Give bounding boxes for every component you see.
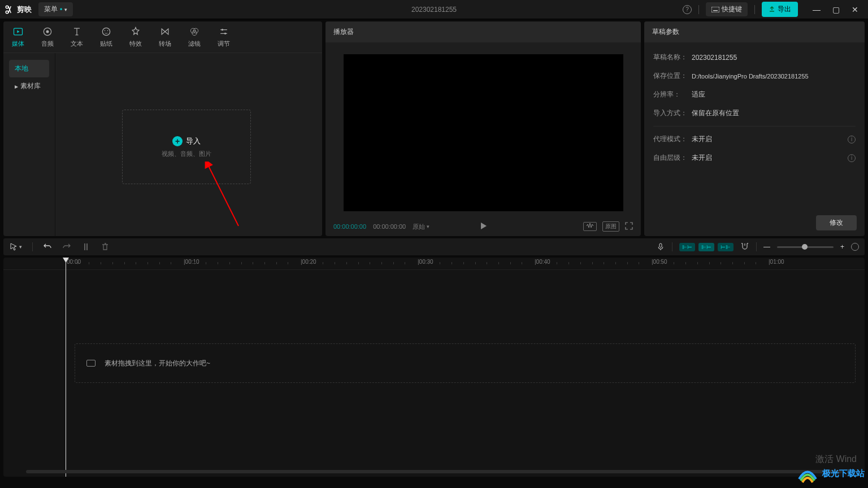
scissors-icon bbox=[5, 5, 15, 15]
zoom-in-button[interactable]: + bbox=[840, 243, 844, 251]
tab-label: 贴纸 bbox=[100, 40, 112, 48]
timeline-scrollbar[interactable] bbox=[26, 470, 842, 473]
shortcut-label: 快捷键 bbox=[722, 5, 742, 14]
media-content: + 导入 视频、音频、图片 bbox=[55, 53, 322, 236]
menu-label: 菜单 bbox=[44, 5, 58, 14]
playhead[interactable] bbox=[66, 258, 66, 477]
window-controls: — ▢ ✕ bbox=[813, 5, 859, 14]
param-label: 保存位置： bbox=[653, 71, 692, 81]
play-button[interactable] bbox=[479, 222, 487, 231]
timeline-drop-area[interactable]: 素材拖拽到这里，开始你的大作吧~ bbox=[75, 343, 856, 383]
split-button[interactable] bbox=[81, 242, 90, 251]
svg-point-1 bbox=[6, 11, 8, 14]
snap-toggles: ⊩⊢ ⊩⊢ ⊢⊩ bbox=[679, 243, 734, 251]
media-panel: 媒体 音频 文本 贴纸 特效 转场 bbox=[3, 21, 322, 236]
menu-button[interactable]: 菜单 • ▾ bbox=[38, 2, 73, 16]
param-label: 代理模式： bbox=[653, 134, 692, 144]
audio-icon bbox=[42, 26, 53, 37]
snap-toggle-2[interactable]: ⊩⊢ bbox=[698, 243, 714, 251]
tab-effect[interactable]: 特效 bbox=[121, 21, 150, 53]
player-controls: 00:00:00:00 00:00:00:00 原始 ▾ 原图 bbox=[326, 217, 641, 236]
tab-filter[interactable]: 滤镜 bbox=[180, 21, 209, 53]
svg-point-0 bbox=[6, 6, 8, 8]
shortcut-button[interactable]: 快捷键 bbox=[706, 2, 748, 16]
tab-label: 音频 bbox=[41, 40, 54, 48]
quality-button[interactable]: 原图 bbox=[602, 221, 619, 232]
info-icon[interactable]: i bbox=[848, 136, 856, 143]
keyboard-icon bbox=[711, 7, 719, 12]
separator bbox=[698, 5, 699, 14]
text-icon bbox=[71, 26, 83, 37]
mic-icon bbox=[656, 242, 665, 251]
sticker-icon bbox=[101, 26, 112, 37]
fullscreen-button[interactable] bbox=[625, 222, 633, 231]
tab-label: 文本 bbox=[71, 40, 83, 48]
redo-icon bbox=[62, 242, 71, 251]
maximize-button[interactable]: ▢ bbox=[832, 5, 840, 14]
ratio-label: 原始 bbox=[413, 223, 425, 231]
svg-rect-2 bbox=[711, 7, 719, 12]
zoom-slider[interactable] bbox=[777, 246, 834, 248]
app-name: 剪映 bbox=[17, 5, 32, 15]
svg-rect-16 bbox=[659, 243, 662, 247]
media-sidebar: 本地 ▸ 素材库 bbox=[3, 53, 55, 236]
mic-button[interactable] bbox=[656, 242, 665, 251]
timeline-panel: 00:00|00:10|00:20|00:30|00:40|00:50|01:0… bbox=[3, 258, 865, 477]
timeline-ruler[interactable]: 00:00|00:10|00:20|00:30|00:40|00:50|01:0… bbox=[3, 258, 865, 270]
snap-toggle-3[interactable]: ⊢⊩ bbox=[718, 243, 734, 251]
import-button[interactable]: + 导入 视频、音频、图片 bbox=[122, 110, 251, 184]
export-icon bbox=[769, 6, 775, 13]
undo-button[interactable] bbox=[43, 242, 52, 251]
snap-toggle-1[interactable]: ⊩⊢ bbox=[679, 243, 695, 251]
fullscreen-icon bbox=[625, 222, 633, 230]
export-button[interactable]: 导出 bbox=[762, 2, 798, 17]
sidebar-label: 素材库 bbox=[20, 81, 41, 91]
params-footer: 修改 bbox=[644, 210, 865, 236]
modify-button[interactable]: 修改 bbox=[816, 215, 857, 230]
tab-media[interactable]: 媒体 bbox=[3, 21, 33, 53]
param-label: 导入方式： bbox=[653, 108, 692, 118]
delete-button[interactable] bbox=[101, 242, 110, 251]
tab-adjust[interactable]: 调节 bbox=[209, 21, 238, 53]
redo-button[interactable] bbox=[62, 242, 71, 251]
chevron-right-icon: ▸ bbox=[15, 82, 18, 90]
toolbar-right: ⊩⊢ ⊩⊢ ⊢⊩ — + bbox=[656, 242, 859, 252]
tab-label: 媒体 bbox=[12, 40, 24, 48]
time-current: 00:00:00:00 bbox=[333, 223, 366, 230]
param-label: 分辨率： bbox=[653, 90, 692, 99]
tab-transition[interactable]: 转场 bbox=[150, 21, 180, 53]
scope-button[interactable] bbox=[583, 222, 597, 231]
title-bar: 剪映 菜单 • ▾ 202302181255 ? 快捷键 导出 — ▢ ✕ bbox=[0, 0, 868, 19]
tab-text[interactable]: 文本 bbox=[62, 21, 92, 53]
sidebar-local[interactable]: 本地 bbox=[9, 60, 49, 77]
app-logo: 剪映 bbox=[5, 5, 32, 15]
sidebar-library[interactable]: ▸ 素材库 bbox=[9, 77, 49, 95]
param-row-import: 导入方式： 保留在原有位置 bbox=[653, 104, 856, 123]
help-icon[interactable]: ? bbox=[683, 5, 692, 14]
aspect-ratio-menu[interactable]: 原始 ▾ bbox=[413, 223, 429, 231]
media-body: 本地 ▸ 素材库 + 导入 视频、音频、图片 bbox=[3, 53, 322, 236]
svg-point-7 bbox=[102, 28, 110, 35]
params-body: 草稿名称： 202302181255 保存位置： D:/tools/Jianyi… bbox=[644, 42, 865, 210]
adjust-icon bbox=[218, 26, 229, 37]
select-tool[interactable]: ▾ bbox=[9, 242, 22, 251]
info-icon[interactable]: i bbox=[848, 154, 856, 162]
import-row: + 导入 bbox=[172, 136, 201, 146]
divider bbox=[653, 126, 856, 127]
waveform-icon bbox=[586, 223, 594, 229]
tab-audio[interactable]: 音频 bbox=[33, 21, 62, 53]
zoom-out-button[interactable]: — bbox=[763, 243, 770, 251]
zoom-thumb[interactable] bbox=[802, 244, 808, 250]
param-value: D:/tools/JianyingPro Drafts/202302181255 bbox=[692, 73, 809, 80]
svg-point-13 bbox=[222, 29, 223, 30]
magnet-icon bbox=[740, 242, 749, 250]
chevron-down-icon: ▾ bbox=[427, 224, 429, 229]
zoom-fit-button[interactable] bbox=[851, 243, 859, 251]
magnet-button[interactable] bbox=[740, 242, 749, 252]
import-title: 导入 bbox=[186, 136, 201, 146]
tab-sticker[interactable]: 贴纸 bbox=[92, 21, 121, 53]
player-right-controls: 原图 bbox=[583, 221, 633, 232]
minimize-button[interactable]: — bbox=[813, 5, 821, 14]
close-button[interactable]: ✕ bbox=[851, 5, 859, 14]
separator bbox=[754, 5, 755, 14]
